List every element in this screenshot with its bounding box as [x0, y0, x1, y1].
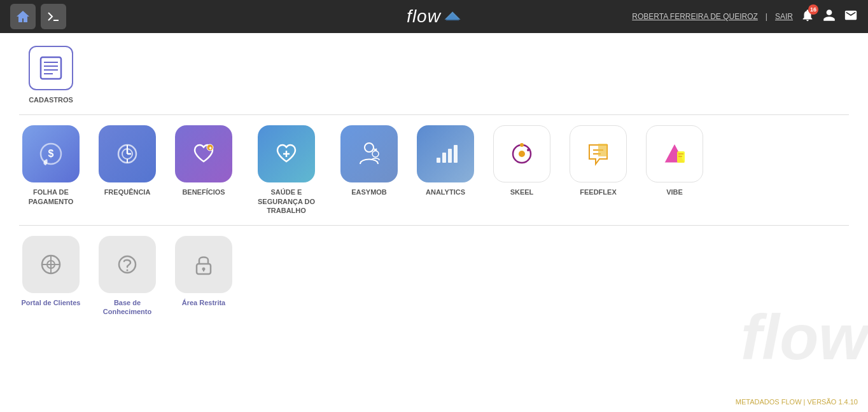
app-restrita[interactable]: Área Restrita: [172, 236, 235, 307]
app-easymob-label: EASYMOB: [351, 188, 387, 196]
app-vibe-label: VIBE: [666, 188, 683, 196]
app-analytics-label: ANALYTICS: [426, 188, 465, 196]
app-skeel-label: SKEEL: [510, 188, 534, 196]
app-portal[interactable]: Portal de Clientes: [19, 236, 83, 307]
svg-rect-24: [437, 158, 440, 163]
home-button[interactable]: [10, 4, 36, 29]
profile-button[interactable]: [822, 8, 836, 25]
app-frequencia[interactable]: FREQUÊNCIA: [95, 125, 159, 196]
app-analytics[interactable]: ANALYTICS: [414, 125, 477, 196]
svg-point-41: [127, 270, 129, 271]
svg-point-29: [519, 151, 525, 157]
app-easymob[interactable]: EASYMOB: [337, 125, 401, 196]
cadastros-section: CADASTROS: [19, 46, 849, 104]
sair-link[interactable]: SAIR: [775, 12, 793, 21]
app-cadastros-label: CADASTROS: [29, 95, 73, 104]
tools-section: Portal de Clientes Base deConhecimento: [19, 236, 849, 317]
svg-point-21: [372, 151, 379, 157]
app-folha-label: FOLHA DEPAGAMENTO: [29, 188, 74, 206]
svg-rect-27: [454, 145, 458, 163]
main-content: CADASTROS $ FOLHA DEPAGAMENTO: [0, 33, 868, 412]
app-restrita-label: Área Restrita: [182, 298, 225, 307]
app-skeel[interactable]: SKEEL: [490, 125, 554, 196]
notification-button[interactable]: 16: [801, 8, 815, 25]
app-frequencia-label: FREQUÊNCIA: [104, 188, 151, 196]
separator: |: [766, 12, 767, 21]
terminal-button[interactable]: [41, 4, 66, 29]
header: flow ROBERTA FERREIRA DE QUEIROZ | SAIR …: [0, 0, 868, 33]
app-cadastros[interactable]: CADASTROS: [19, 46, 83, 104]
divider-1: [19, 114, 849, 115]
svg-point-30: [520, 143, 524, 147]
header-right: ROBERTA FERREIRA DE QUEIROZ | SAIR 16: [632, 8, 858, 25]
app-feedflex-label: FEEDFLEX: [580, 188, 616, 196]
mail-button[interactable]: [844, 8, 858, 25]
svg-rect-26: [448, 149, 452, 163]
svg-point-31: [527, 149, 529, 151]
notification-badge: 16: [808, 4, 818, 15]
logo-text: flow: [407, 6, 441, 27]
logo: flow: [407, 6, 461, 27]
footer-text: METADADOS FLOW | VERSÃO 1.4.10: [736, 398, 858, 406]
app-beneficios[interactable]: ✦ BENEFÍCIOS: [172, 125, 235, 196]
app-folha[interactable]: $ FOLHA DEPAGAMENTO: [19, 125, 83, 206]
apps-section: $ FOLHA DEPAGAMENTO: [19, 125, 849, 215]
app-portal-label: Portal de Clientes: [22, 298, 81, 307]
svg-rect-3: [41, 57, 61, 79]
app-beneficios-label: BENEFÍCIOS: [182, 188, 225, 196]
svg-rect-25: [442, 153, 446, 163]
app-base-label: Base deConhecimento: [103, 298, 151, 317]
svg-text:✦: ✦: [208, 146, 213, 151]
app-vibe[interactable]: VIBE: [643, 125, 706, 196]
svg-rect-36: [677, 151, 685, 163]
svg-marker-33: [598, 144, 607, 156]
app-saude-label: SAÚDE ESEGURANÇA DOTRABALHO: [258, 188, 315, 215]
svg-point-20: [365, 143, 374, 152]
user-name[interactable]: ROBERTA FERREIRA DE QUEIROZ: [632, 12, 758, 21]
footer: METADADOS FLOW | VERSÃO 1.4.10: [736, 398, 858, 406]
svg-text:$: $: [48, 148, 54, 159]
divider-2: [19, 225, 849, 226]
app-feedflex[interactable]: FEEDFLEX: [566, 125, 630, 196]
app-saude[interactable]: SAÚDE ESEGURANÇA DOTRABALHO: [248, 125, 325, 215]
header-left: [10, 4, 66, 29]
app-base[interactable]: Base deConhecimento: [95, 236, 159, 317]
